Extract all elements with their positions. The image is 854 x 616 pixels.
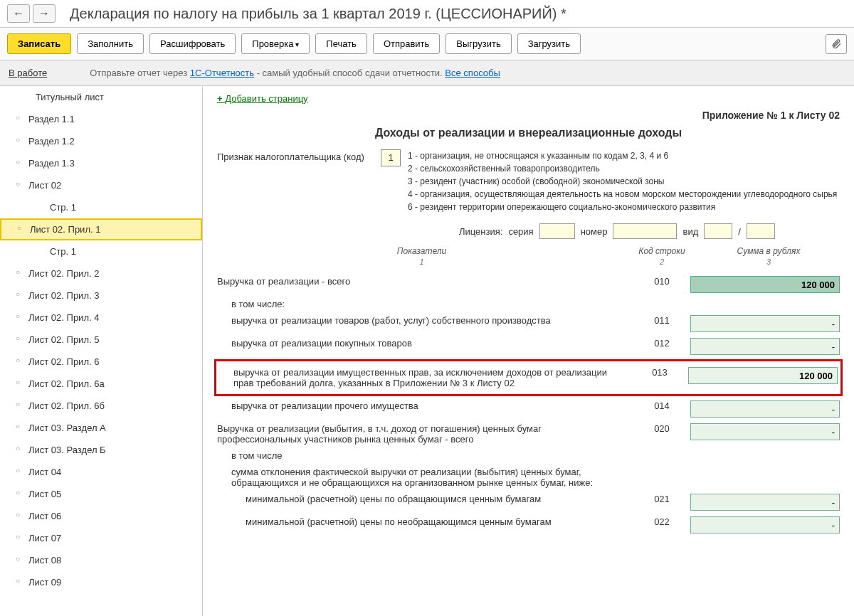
license-number-label: номер [581,226,608,237]
nav-sheet-02-app1[interactable]: Лист 02. Прил. 1 [0,218,202,240]
appendix-label: Приложение № 1 к Листу 02 [217,110,840,121]
nav-section-1-2[interactable]: Раздел 1.2 [0,130,202,152]
license-series-input[interactable] [539,223,575,239]
nav-sheet-02[interactable]: Лист 02 [0,174,202,196]
nav-sheet-09[interactable]: Лист 09 [0,571,202,593]
nav-sheet-02-app6a[interactable]: Лист 02. Прил. 6а [0,373,202,395]
nav-sheet-02-app2[interactable]: Лист 02. Прил. 2 [0,262,202,285]
nav-sheet-02-app6[interactable]: Лист 02. Прил. 6 [0,351,202,373]
reporting-link[interactable]: 1С-Отчетность [190,68,254,78]
write-button[interactable]: Записать [7,33,71,54]
row-value-input[interactable] [690,516,840,533]
row-code: 011 [633,315,690,326]
nav-sheet-02-p1[interactable]: Стр. 1 [0,196,202,218]
nav-sheet-06[interactable]: Лист 06 [0,505,202,527]
data-row: Выручка от реализации (выбытия, в т.ч. д… [217,420,840,447]
nav-sheet-02-app1-p1[interactable]: Стр. 1 [0,240,202,262]
row-label: выручка от реализации покупных товаров [217,338,633,349]
row-value-input[interactable] [690,400,840,418]
license-label: Лицензия: [459,226,502,237]
nav-sheet-03-b[interactable]: Лист 03. Раздел Б [0,439,202,461]
back-button[interactable]: ← [7,4,30,23]
all-methods-link[interactable]: Все способы [445,68,500,78]
send-button[interactable]: Отправить [373,33,440,54]
license-type-label: вид [682,226,698,237]
section-title: Доходы от реализации и внереализационные… [217,127,840,139]
th-sum: Сумма в рублях [697,246,840,256]
data-row: минимальной (расчетной) цены по необраща… [217,514,840,536]
row-label: сумма отклонения фактической выручки от … [217,467,633,488]
row-label: выручка от реализации товаров (работ, ус… [217,315,633,326]
th-code: Код строки [626,246,697,256]
nav-section-1-1[interactable]: Раздел 1.1 [0,108,202,130]
nav-sheet-02-app4[interactable]: Лист 02. Прил. 4 [0,307,202,329]
row-code: 022 [633,516,690,527]
nav-sheet-03-a[interactable]: Лист 03. Раздел А [0,417,202,439]
add-page-link[interactable]: Добавить страницу [217,93,308,104]
nav-sidebar: Титульный лист Раздел 1.1 Раздел 1.2 Раз… [0,86,203,616]
data-row: Выручка от реализации - всего 010 [217,273,840,296]
taxpayer-label: Признак налогоплательщика (код) [217,149,381,162]
sub-label: в том числе [217,447,840,464]
nav-sheet-08[interactable]: Лист 08 [0,549,202,571]
row-label: минимальной (расчетной) цены по необраща… [217,516,633,527]
row-label: выручка от реализации прочего имущества [217,400,633,411]
nav-sheet-04[interactable]: Лист 04 [0,461,202,483]
row-label: Выручка от реализации (выбытия, в т.ч. д… [217,423,633,445]
nav-title-sheet[interactable]: Титульный лист [0,86,202,108]
data-row: выручка от реализации прочего имущества … [217,398,840,420]
license-type-input[interactable] [704,223,732,239]
row-code: 010 [633,276,690,287]
license-series-label: серия [508,226,533,237]
status-label[interactable]: В работе [9,68,47,78]
export-button[interactable]: Выгрузить [446,33,511,54]
row-value-input[interactable] [688,367,838,384]
row-code: 020 [633,423,690,434]
status-text: Отправьте отчет через 1С-Отчетность - са… [90,68,500,78]
row-value-input[interactable] [690,315,840,332]
license-type2-input[interactable] [747,223,775,239]
check-button[interactable]: Проверка [241,33,310,54]
nav-sheet-05[interactable]: Лист 05 [0,483,202,505]
nav-sheet-07[interactable]: Лист 07 [0,527,202,549]
data-row: выручка от реализации товаров (работ, ус… [217,312,840,335]
data-row: выручка от реализации покупных товаров 0… [217,335,840,358]
data-row: выручка от реализации имущественных прав… [214,359,843,396]
code-descriptions: 1 - организация, не относящаяся к указан… [408,149,840,213]
decrypt-button[interactable]: Расшифровать [149,33,236,54]
row-code: 013 [631,367,688,378]
data-row: минимальной (расчетной) цены по обращающ… [217,491,840,514]
forward-button[interactable]: → [33,4,56,23]
row-code: 014 [633,400,690,411]
print-button[interactable]: Печать [315,33,367,54]
main-content: Добавить страницу Приложение № 1 к Листу… [203,86,854,616]
row-code: 021 [633,494,690,504]
nav-sheet-02-app5[interactable]: Лист 02. Прил. 5 [0,329,202,351]
row-code: 012 [633,338,690,349]
fill-button[interactable]: Заполнить [77,33,144,54]
nav-section-1-3[interactable]: Раздел 1.3 [0,152,202,174]
page-title: Декларация по налогу на прибыль за 1 ква… [70,6,566,22]
row-value-input[interactable] [690,494,840,511]
taxpayer-code-input[interactable]: 1 [381,149,401,166]
attach-button[interactable] [826,34,847,54]
row-value-input[interactable] [690,338,840,355]
row-value-input[interactable] [690,276,840,293]
nav-sheet-02-app6b[interactable]: Лист 02. Прил. 6б [0,395,202,417]
license-number-input[interactable] [613,223,677,239]
th-indicator: Показатели [217,246,626,256]
paperclip-icon [831,38,842,50]
nav-sheet-02-app3[interactable]: Лист 02. Прил. 3 [0,285,202,307]
row-value-input[interactable] [690,423,840,440]
row-label: выручка от реализации имущественных прав… [219,367,631,388]
import-button[interactable]: Загрузить [517,33,581,54]
row-label: минимальной (расчетной) цены по обращающ… [217,494,633,504]
sub-label: в том числе: [217,296,840,312]
row-label: Выручка от реализации - всего [217,276,633,287]
